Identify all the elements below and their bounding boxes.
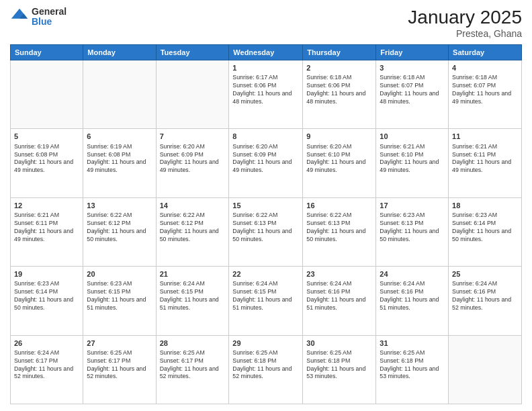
day-info: Sunrise: 6:22 AM Sunset: 6:13 PM Dayligh…: [232, 212, 299, 244]
calendar-cell: 11Sunrise: 6:21 AM Sunset: 6:11 PM Dayli…: [449, 129, 522, 197]
day-number: 30: [306, 338, 372, 348]
day-number: 15: [232, 201, 299, 210]
day-info: Sunrise: 6:25 AM Sunset: 6:17 PM Dayligh…: [87, 349, 152, 381]
calendar-week-row: 12Sunrise: 6:21 AM Sunset: 6:11 PM Dayli…: [11, 197, 522, 266]
day-info: Sunrise: 6:24 AM Sunset: 6:16 PM Dayligh…: [306, 280, 372, 312]
calendar-week-row: 19Sunrise: 6:23 AM Sunset: 6:14 PM Dayli…: [11, 267, 522, 335]
day-number: 11: [452, 132, 518, 141]
calendar-cell: 23Sunrise: 6:24 AM Sunset: 6:16 PM Dayli…: [303, 267, 376, 335]
calendar-cell: 9Sunrise: 6:20 AM Sunset: 6:10 PM Daylig…: [303, 129, 376, 197]
day-number: 23: [306, 269, 372, 279]
day-info: Sunrise: 6:23 AM Sunset: 6:15 PM Dayligh…: [87, 280, 152, 312]
day-number: 5: [14, 132, 79, 141]
day-number: 13: [87, 201, 152, 210]
day-number: 25: [452, 269, 518, 279]
day-info: Sunrise: 6:24 AM Sunset: 6:17 PM Dayligh…: [14, 349, 79, 381]
page: General Blue January 2025 Prestea, Ghana…: [0, 0, 532, 411]
day-info: Sunrise: 6:18 AM Sunset: 6:07 PM Dayligh…: [452, 74, 518, 106]
calendar-day-header: Wednesday: [229, 45, 303, 60]
logo-text: General Blue: [32, 7, 66, 28]
calendar-cell: 31Sunrise: 6:25 AM Sunset: 6:18 PM Dayli…: [376, 335, 449, 404]
logo-icon: [10, 7, 29, 26]
day-info: Sunrise: 6:19 AM Sunset: 6:08 PM Dayligh…: [87, 143, 152, 175]
day-number: 4: [452, 63, 518, 73]
day-info: Sunrise: 6:23 AM Sunset: 6:14 PM Dayligh…: [14, 280, 79, 312]
calendar-day-header: Friday: [376, 45, 449, 60]
calendar-day-header: Sunday: [11, 45, 83, 60]
calendar-cell: 1Sunrise: 6:17 AM Sunset: 6:06 PM Daylig…: [229, 60, 303, 129]
calendar-cell: 17Sunrise: 6:23 AM Sunset: 6:13 PM Dayli…: [376, 197, 449, 266]
day-info: Sunrise: 6:25 AM Sunset: 6:18 PM Dayligh…: [232, 349, 299, 381]
day-info: Sunrise: 6:21 AM Sunset: 6:10 PM Dayligh…: [380, 143, 445, 175]
calendar-cell: 8Sunrise: 6:20 AM Sunset: 6:09 PM Daylig…: [229, 129, 303, 197]
location-subtitle: Prestea, Ghana: [408, 28, 522, 39]
day-info: Sunrise: 6:24 AM Sunset: 6:15 PM Dayligh…: [160, 280, 226, 312]
calendar-cell: 19Sunrise: 6:23 AM Sunset: 6:14 PM Dayli…: [11, 267, 83, 335]
day-number: 21: [160, 269, 226, 279]
calendar-week-row: 26Sunrise: 6:24 AM Sunset: 6:17 PM Dayli…: [11, 335, 522, 404]
calendar-cell: 7Sunrise: 6:20 AM Sunset: 6:09 PM Daylig…: [156, 129, 229, 197]
calendar-cell: [449, 335, 522, 404]
day-info: Sunrise: 6:23 AM Sunset: 6:14 PM Dayligh…: [452, 212, 518, 244]
day-info: Sunrise: 6:23 AM Sunset: 6:13 PM Dayligh…: [380, 212, 445, 244]
day-info: Sunrise: 6:22 AM Sunset: 6:13 PM Dayligh…: [306, 212, 372, 244]
day-number: 9: [306, 132, 372, 141]
calendar-header-row: SundayMondayTuesdayWednesdayThursdayFrid…: [11, 45, 522, 60]
calendar-day-header: Monday: [83, 45, 156, 60]
day-number: 20: [87, 269, 152, 279]
calendar-cell: 5Sunrise: 6:19 AM Sunset: 6:08 PM Daylig…: [11, 129, 83, 197]
calendar-week-row: 1Sunrise: 6:17 AM Sunset: 6:06 PM Daylig…: [11, 60, 522, 129]
logo-general: General: [32, 7, 66, 17]
calendar-cell: 25Sunrise: 6:24 AM Sunset: 6:16 PM Dayli…: [449, 267, 522, 335]
calendar-cell: 28Sunrise: 6:25 AM Sunset: 6:17 PM Dayli…: [156, 335, 229, 404]
day-number: 29: [232, 338, 299, 348]
day-info: Sunrise: 6:24 AM Sunset: 6:15 PM Dayligh…: [232, 280, 299, 312]
day-number: 8: [232, 132, 299, 141]
calendar-cell: 4Sunrise: 6:18 AM Sunset: 6:07 PM Daylig…: [449, 60, 522, 129]
calendar-cell: 2Sunrise: 6:18 AM Sunset: 6:06 PM Daylig…: [303, 60, 376, 129]
day-number: 19: [14, 269, 79, 279]
day-number: 12: [14, 201, 79, 210]
calendar-week-row: 5Sunrise: 6:19 AM Sunset: 6:08 PM Daylig…: [11, 129, 522, 197]
day-number: 6: [87, 132, 152, 141]
calendar-cell: 3Sunrise: 6:18 AM Sunset: 6:07 PM Daylig…: [376, 60, 449, 129]
day-info: Sunrise: 6:21 AM Sunset: 6:11 PM Dayligh…: [452, 143, 518, 175]
day-number: 10: [380, 132, 445, 141]
calendar-cell: 26Sunrise: 6:24 AM Sunset: 6:17 PM Dayli…: [11, 335, 83, 404]
day-number: 1: [232, 63, 299, 73]
day-number: 26: [14, 338, 79, 348]
day-info: Sunrise: 6:22 AM Sunset: 6:12 PM Dayligh…: [87, 212, 152, 244]
logo-blue: Blue: [32, 17, 66, 27]
calendar-table: SundayMondayTuesdayWednesdayThursdayFrid…: [10, 44, 522, 404]
calendar-cell: 6Sunrise: 6:19 AM Sunset: 6:08 PM Daylig…: [83, 129, 156, 197]
day-info: Sunrise: 6:22 AM Sunset: 6:12 PM Dayligh…: [160, 212, 226, 244]
day-number: 27: [87, 338, 152, 348]
calendar-cell: 18Sunrise: 6:23 AM Sunset: 6:14 PM Dayli…: [449, 197, 522, 266]
month-title: January 2025: [408, 7, 522, 28]
day-info: Sunrise: 6:20 AM Sunset: 6:10 PM Dayligh…: [306, 143, 372, 175]
day-info: Sunrise: 6:24 AM Sunset: 6:16 PM Dayligh…: [380, 280, 445, 312]
header: General Blue January 2025 Prestea, Ghana: [10, 7, 522, 39]
day-info: Sunrise: 6:20 AM Sunset: 6:09 PM Dayligh…: [232, 143, 299, 175]
day-number: 16: [306, 201, 372, 210]
title-block: January 2025 Prestea, Ghana: [408, 7, 522, 39]
calendar-cell: [156, 60, 229, 129]
day-number: 3: [380, 63, 445, 73]
day-info: Sunrise: 6:18 AM Sunset: 6:06 PM Dayligh…: [306, 74, 372, 106]
day-info: Sunrise: 6:25 AM Sunset: 6:17 PM Dayligh…: [160, 349, 226, 381]
day-info: Sunrise: 6:25 AM Sunset: 6:18 PM Dayligh…: [380, 349, 445, 381]
calendar-cell: 16Sunrise: 6:22 AM Sunset: 6:13 PM Dayli…: [303, 197, 376, 266]
calendar-cell: 13Sunrise: 6:22 AM Sunset: 6:12 PM Dayli…: [83, 197, 156, 266]
day-info: Sunrise: 6:21 AM Sunset: 6:11 PM Dayligh…: [14, 212, 79, 244]
calendar-day-header: Saturday: [449, 45, 522, 60]
day-number: 2: [306, 63, 372, 73]
calendar-cell: 30Sunrise: 6:25 AM Sunset: 6:18 PM Dayli…: [303, 335, 376, 404]
calendar-day-header: Thursday: [303, 45, 376, 60]
day-number: 31: [380, 338, 445, 348]
day-info: Sunrise: 6:17 AM Sunset: 6:06 PM Dayligh…: [232, 74, 299, 106]
calendar-cell: 12Sunrise: 6:21 AM Sunset: 6:11 PM Dayli…: [11, 197, 83, 266]
day-number: 17: [380, 201, 445, 210]
calendar-cell: [83, 60, 156, 129]
calendar-cell: 24Sunrise: 6:24 AM Sunset: 6:16 PM Dayli…: [376, 267, 449, 335]
day-number: 28: [160, 338, 226, 348]
